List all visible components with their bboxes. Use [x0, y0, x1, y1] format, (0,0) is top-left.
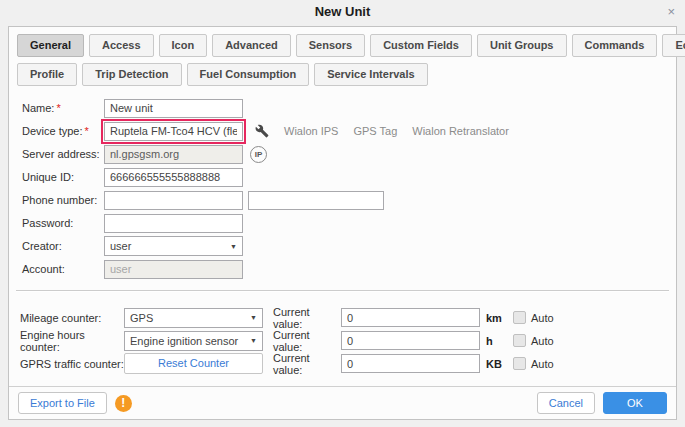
chevron-down-icon: ▼ [230, 243, 237, 250]
close-icon[interactable]: × [667, 3, 675, 21]
device-type-label-text: Device type: [22, 125, 83, 137]
account-input [104, 260, 243, 279]
tab-trip-detection[interactable]: Trip Detection [82, 63, 181, 86]
warning-icon[interactable]: ! [115, 395, 132, 412]
form-row-account: Account: [13, 258, 672, 280]
mileage-counter-select[interactable]: GPS ▼ [124, 308, 263, 328]
tab-general[interactable]: General [17, 34, 84, 57]
mileage-auto-label: Auto [531, 312, 554, 324]
form-row-creator: Creator: user ▼ [13, 235, 672, 257]
mileage-counter-row: Mileage counter: GPS ▼ Current value: km… [13, 306, 672, 329]
engine-hours-counter-label: Engine hours counter: [20, 329, 124, 353]
gprs-current-value-input[interactable] [341, 354, 480, 373]
dialog-body: General Access Icon Advanced Sensors Cus… [8, 26, 677, 420]
gprs-auto-label: Auto [531, 358, 554, 370]
ok-button[interactable]: OK [603, 392, 667, 414]
tab-sensors[interactable]: Sensors [296, 34, 365, 57]
ip-badge-icon[interactable]: IP [250, 146, 267, 163]
tab-custom-fields[interactable]: Custom Fields [370, 34, 472, 57]
device-option-gps-tag[interactable]: GPS Tag [353, 125, 397, 137]
unique-id-label: Unique ID: [22, 171, 104, 183]
engine-hours-counter-row: Engine hours counter: Engine ignition se… [13, 329, 672, 352]
server-address-input [104, 145, 243, 164]
account-label: Account: [22, 263, 104, 275]
tab-icon[interactable]: Icon [159, 34, 208, 57]
tab-service-intervals[interactable]: Service Intervals [314, 63, 427, 86]
current-value-label: Current value: [273, 306, 341, 330]
engine-hours-auto-label: Auto [531, 335, 554, 347]
form-row-name: Name:* [13, 97, 672, 119]
dialog-footer: Export to File ! Cancel OK [9, 386, 676, 419]
chevron-down-icon: ▼ [250, 337, 257, 344]
phone-number-input-2[interactable] [248, 191, 384, 210]
tab-strip: General Access Icon Advanced Sensors Cus… [9, 27, 676, 86]
server-address-label: Server address: [22, 148, 104, 160]
tab-profile[interactable]: Profile [17, 63, 77, 86]
tab-eco-driving[interactable]: Eco Driving [662, 34, 685, 57]
form-row-server-address: Server address: IP [13, 143, 672, 165]
phone-number-label: Phone number: [22, 194, 104, 206]
tab-access[interactable]: Access [89, 34, 154, 57]
engine-hours-unit-label: h [486, 335, 507, 347]
export-to-file-button[interactable]: Export to File [18, 392, 107, 414]
mileage-auto-checkbox[interactable] [513, 311, 526, 324]
engine-hours-counter-select[interactable]: Engine ignition sensor ▼ [124, 331, 263, 351]
gprs-traffic-counter-row: GPRS traffic counter: Reset Counter Curr… [13, 352, 672, 375]
required-asterisk: * [56, 102, 60, 114]
dialog-titlebar: New Unit × [0, 0, 685, 26]
tab-fuel-consumption[interactable]: Fuel Consumption [187, 63, 310, 86]
device-option-wialon-retranslator[interactable]: Wialon Retranslator [412, 125, 509, 137]
password-input[interactable] [104, 214, 243, 233]
counters-section: Mileage counter: GPS ▼ Current value: km… [9, 292, 676, 375]
current-value-label: Current value: [273, 329, 341, 353]
phone-number-input-1[interactable] [104, 191, 243, 210]
name-label-text: Name: [22, 102, 54, 114]
general-form: Name:* Device type:* Wialon IPS GPS Tag … [9, 92, 676, 280]
dialog-title: New Unit [315, 4, 371, 19]
annotation-highlight-box [101, 119, 246, 144]
current-value-label: Current value: [273, 352, 341, 376]
unique-id-input[interactable] [104, 168, 243, 187]
required-asterisk: * [85, 125, 89, 137]
tab-row-1: General Access Icon Advanced Sensors Cus… [17, 34, 668, 57]
chevron-down-icon: ▼ [250, 314, 257, 321]
form-row-device-type: Device type:* Wialon IPS GPS Tag Wialon … [13, 120, 672, 142]
tab-commands[interactable]: Commands [572, 34, 658, 57]
password-label: Password: [22, 217, 104, 229]
reset-counter-button[interactable]: Reset Counter [124, 353, 263, 374]
wrench-icon[interactable] [255, 124, 269, 138]
tab-row-2: Profile Trip Detection Fuel Consumption … [17, 63, 668, 86]
tab-unit-groups[interactable]: Unit Groups [477, 34, 567, 57]
mileage-counter-label: Mileage counter: [20, 312, 124, 324]
form-row-phone-number: Phone number: [13, 189, 672, 211]
mileage-counter-selected-value: GPS [130, 312, 153, 324]
engine-hours-current-value-input[interactable] [341, 331, 480, 350]
footer-right: Cancel OK [537, 392, 667, 414]
tab-advanced[interactable]: Advanced [212, 34, 291, 57]
footer-left: Export to File ! [18, 392, 132, 414]
engine-hours-auto-checkbox[interactable] [513, 334, 526, 347]
gprs-unit-label: KB [486, 358, 507, 370]
gprs-auto-checkbox[interactable] [513, 357, 526, 370]
engine-hours-selected-value: Engine ignition sensor [130, 335, 238, 347]
creator-label: Creator: [22, 240, 104, 252]
form-row-password: Password: [13, 212, 672, 234]
creator-select[interactable]: user ▼ [104, 236, 243, 256]
device-type-label: Device type:* [22, 125, 104, 137]
name-input[interactable] [104, 99, 243, 118]
gprs-traffic-counter-label: GPRS traffic counter: [20, 358, 124, 370]
mileage-unit-label: km [486, 312, 507, 324]
device-option-wialon-ips[interactable]: Wialon IPS [284, 125, 338, 137]
form-row-unique-id: Unique ID: [13, 166, 672, 188]
cancel-button[interactable]: Cancel [537, 392, 595, 414]
device-type-input[interactable] [104, 122, 243, 141]
mileage-current-value-input[interactable] [341, 308, 480, 327]
name-label: Name:* [22, 102, 104, 114]
creator-selected-value: user [110, 240, 131, 252]
